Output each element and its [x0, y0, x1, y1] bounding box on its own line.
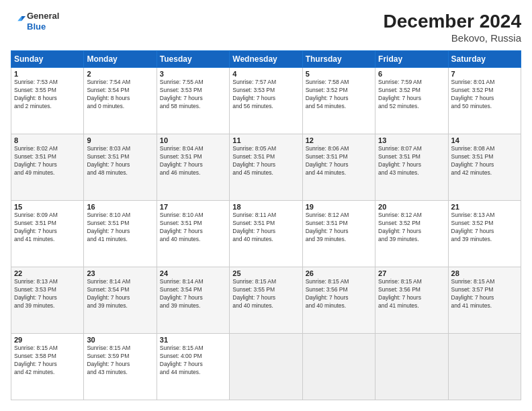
day-number: 26 [306, 269, 372, 277]
logo: General Blue [11, 11, 59, 32]
day-number: 31 [160, 336, 226, 344]
day-info: Sunrise: 8:05 AMSunset: 3:51 PMDaylight:… [232, 145, 276, 176]
svg-marker-1 [17, 16, 21, 21]
day-info: Sunrise: 8:15 AMSunset: 3:58 PMDaylight:… [14, 345, 58, 375]
calendar-cell: 27Sunrise: 8:15 AMSunset: 3:56 PMDayligh… [375, 267, 448, 334]
calendar-header-monday: Monday [84, 51, 157, 68]
page-subtitle: Bekovo, Russia [384, 32, 521, 44]
calendar-cell: 26Sunrise: 8:15 AMSunset: 3:56 PMDayligh… [302, 267, 375, 334]
day-info: Sunrise: 8:13 AMSunset: 3:53 PMDaylight:… [14, 278, 58, 309]
calendar-table: SundayMondayTuesdayWednesdayThursdayFrid… [11, 50, 521, 400]
day-number: 5 [306, 70, 372, 78]
day-info: Sunrise: 8:04 AMSunset: 3:51 PMDaylight:… [160, 145, 204, 176]
calendar-cell: 11Sunrise: 8:05 AMSunset: 3:51 PMDayligh… [230, 134, 302, 201]
calendar-header-wednesday: Wednesday [230, 51, 302, 68]
day-info: Sunrise: 8:08 AMSunset: 3:51 PMDaylight:… [451, 145, 495, 176]
calendar-cell: 21Sunrise: 8:13 AMSunset: 3:52 PMDayligh… [448, 201, 521, 267]
calendar-header-row: SundayMondayTuesdayWednesdayThursdayFrid… [11, 51, 521, 68]
calendar-cell: 14Sunrise: 8:08 AMSunset: 3:51 PMDayligh… [448, 134, 521, 201]
day-number: 29 [14, 336, 81, 344]
calendar-cell: 10Sunrise: 8:04 AMSunset: 3:51 PMDayligh… [157, 134, 229, 201]
day-number: 4 [232, 70, 299, 78]
calendar-cell: 13Sunrise: 8:07 AMSunset: 3:51 PMDayligh… [375, 134, 448, 201]
day-info: Sunrise: 7:57 AMSunset: 3:53 PMDaylight:… [232, 79, 276, 109]
calendar-header-friday: Friday [375, 51, 448, 68]
day-number: 10 [160, 136, 226, 144]
day-number: 25 [232, 269, 299, 277]
page-title: December 2024 [384, 11, 521, 32]
day-number: 9 [87, 136, 153, 144]
calendar-cell: 18Sunrise: 8:11 AMSunset: 3:51 PMDayligh… [230, 201, 302, 267]
calendar-cell: 3Sunrise: 7:55 AMSunset: 3:53 PMDaylight… [157, 68, 229, 134]
day-info: Sunrise: 8:10 AMSunset: 3:51 PMDaylight:… [87, 212, 130, 242]
day-info: Sunrise: 7:54 AMSunset: 3:54 PMDaylight:… [87, 79, 130, 109]
day-info: Sunrise: 8:15 AMSunset: 4:00 PMDaylight:… [160, 345, 204, 375]
calendar-cell: 31Sunrise: 8:15 AMSunset: 4:00 PMDayligh… [157, 334, 229, 400]
day-info: Sunrise: 8:12 AMSunset: 3:52 PMDaylight:… [378, 212, 422, 242]
day-info: Sunrise: 7:55 AMSunset: 3:53 PMDaylight:… [160, 79, 204, 109]
calendar-cell: 28Sunrise: 8:15 AMSunset: 3:57 PMDayligh… [448, 267, 521, 334]
day-info: Sunrise: 8:01 AMSunset: 3:52 PMDaylight:… [451, 79, 495, 109]
day-info: Sunrise: 8:12 AMSunset: 3:51 PMDaylight:… [306, 212, 349, 242]
logo-general: General [27, 11, 59, 21]
logo-text: General Blue [27, 11, 59, 32]
calendar-cell: 30Sunrise: 8:15 AMSunset: 3:59 PMDayligh… [84, 334, 157, 400]
day-info: Sunrise: 8:02 AMSunset: 3:51 PMDaylight:… [14, 145, 58, 176]
day-number: 16 [87, 203, 153, 211]
calendar-header-saturday: Saturday [448, 51, 521, 68]
calendar-cell: 16Sunrise: 8:10 AMSunset: 3:51 PMDayligh… [84, 201, 157, 267]
header: General Blue December 2024 Bekovo, Russi… [11, 11, 521, 44]
svg-marker-0 [21, 16, 26, 21]
calendar-cell: 20Sunrise: 8:12 AMSunset: 3:52 PMDayligh… [375, 201, 448, 267]
day-number: 24 [160, 269, 226, 277]
day-info: Sunrise: 8:15 AMSunset: 3:57 PMDaylight:… [451, 278, 495, 309]
calendar-cell: 17Sunrise: 8:10 AMSunset: 3:51 PMDayligh… [157, 201, 229, 267]
calendar-cell: 8Sunrise: 8:02 AMSunset: 3:51 PMDaylight… [11, 134, 84, 201]
calendar-cell: 5Sunrise: 7:58 AMSunset: 3:52 PMDaylight… [302, 68, 375, 134]
calendar-cell: 29Sunrise: 8:15 AMSunset: 3:58 PMDayligh… [11, 334, 84, 400]
calendar-week-3: 15Sunrise: 8:09 AMSunset: 3:51 PMDayligh… [11, 201, 521, 267]
calendar-header-tuesday: Tuesday [157, 51, 229, 68]
day-info: Sunrise: 8:11 AMSunset: 3:51 PMDaylight:… [232, 212, 276, 242]
day-number: 1 [14, 70, 81, 78]
day-info: Sunrise: 8:03 AMSunset: 3:51 PMDaylight:… [87, 145, 130, 176]
title-block: December 2024 Bekovo, Russia [384, 11, 521, 44]
calendar-cell: 9Sunrise: 8:03 AMSunset: 3:51 PMDaylight… [84, 134, 157, 201]
calendar-cell: 22Sunrise: 8:13 AMSunset: 3:53 PMDayligh… [11, 267, 84, 334]
day-number: 21 [451, 203, 518, 211]
calendar-cell: 2Sunrise: 7:54 AMSunset: 3:54 PMDaylight… [84, 68, 157, 134]
day-number: 13 [378, 136, 445, 144]
day-number: 2 [87, 70, 153, 78]
day-number: 14 [451, 136, 518, 144]
calendar-cell: 12Sunrise: 8:06 AMSunset: 3:51 PMDayligh… [302, 134, 375, 201]
day-number: 18 [232, 203, 299, 211]
day-number: 8 [14, 136, 81, 144]
calendar-cell: 23Sunrise: 8:14 AMSunset: 3:54 PMDayligh… [84, 267, 157, 334]
calendar-cell: 4Sunrise: 7:57 AMSunset: 3:53 PMDaylight… [230, 68, 302, 134]
day-info: Sunrise: 8:06 AMSunset: 3:51 PMDaylight:… [306, 145, 349, 176]
day-info: Sunrise: 7:59 AMSunset: 3:52 PMDaylight:… [378, 79, 422, 109]
calendar-week-5: 29Sunrise: 8:15 AMSunset: 3:58 PMDayligh… [11, 334, 521, 400]
day-number: 3 [160, 70, 226, 78]
day-number: 28 [451, 269, 518, 277]
calendar-week-4: 22Sunrise: 8:13 AMSunset: 3:53 PMDayligh… [11, 267, 521, 334]
calendar-cell: 7Sunrise: 8:01 AMSunset: 3:52 PMDaylight… [448, 68, 521, 134]
calendar-header-thursday: Thursday [302, 51, 375, 68]
day-info: Sunrise: 8:15 AMSunset: 3:56 PMDaylight:… [378, 278, 422, 309]
day-info: Sunrise: 8:14 AMSunset: 3:54 PMDaylight:… [160, 278, 204, 309]
day-info: Sunrise: 7:58 AMSunset: 3:52 PMDaylight:… [306, 79, 349, 109]
day-number: 15 [14, 203, 81, 211]
day-number: 30 [87, 336, 153, 344]
calendar-cell: 25Sunrise: 8:15 AMSunset: 3:55 PMDayligh… [230, 267, 302, 334]
day-number: 27 [378, 269, 445, 277]
calendar-cell: 15Sunrise: 8:09 AMSunset: 3:51 PMDayligh… [11, 201, 84, 267]
calendar-cell [448, 334, 521, 400]
day-info: Sunrise: 8:15 AMSunset: 3:56 PMDaylight:… [306, 278, 349, 309]
logo-icon [11, 14, 26, 29]
day-number: 22 [14, 269, 81, 277]
calendar-cell [230, 334, 302, 400]
day-info: Sunrise: 8:10 AMSunset: 3:51 PMDaylight:… [160, 212, 204, 242]
day-info: Sunrise: 7:53 AMSunset: 3:55 PMDaylight:… [14, 79, 58, 109]
day-number: 19 [306, 203, 372, 211]
day-number: 17 [160, 203, 226, 211]
